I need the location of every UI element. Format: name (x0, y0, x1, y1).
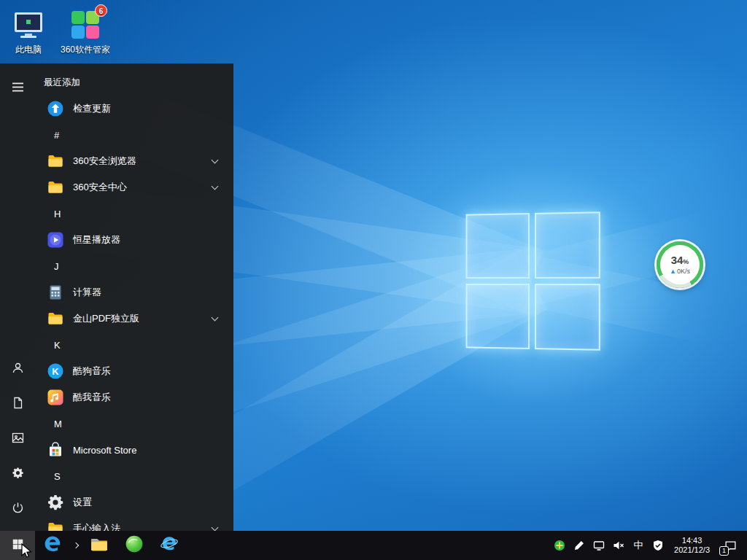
desktop-icon-label: 360软件管家 (57, 44, 114, 55)
letter-label: M (54, 419, 62, 429)
start-menu-app-list: 最近添加 检查更新#360安全浏览器360安全中心H恒星播放器J计算器金山PDF… (35, 63, 233, 531)
360-float-ball[interactable]: 34% ▲0K/s (657, 241, 703, 288)
start-menu-item-label: 恒星播放器 (73, 233, 120, 246)
360-safety-icon[interactable] (551, 531, 568, 560)
player-icon (47, 231, 64, 249)
start-menu-item-label: 手心输入法 (73, 522, 120, 531)
settings-icon (47, 494, 64, 511)
pictures-icon[interactable] (3, 423, 32, 452)
settings-icon[interactable] (3, 458, 32, 487)
documents-icon[interactable] (3, 388, 32, 417)
percent-unit: % (683, 258, 689, 265)
start-menu-item-label: 酷我音乐 (73, 391, 111, 404)
windows-logo-pane (534, 211, 600, 279)
letter-header-H[interactable]: H (35, 201, 233, 227)
network-display-icon[interactable] (591, 531, 607, 560)
notification-icon[interactable]: 1 (718, 531, 743, 560)
tray-time: 14:43 (674, 536, 710, 545)
start-menu-item[interactable]: 金山PDF独立版 (35, 306, 233, 332)
internet-explorer-taskbar-button[interactable] (152, 531, 187, 560)
taskbar: 中 14:43 2021/12/3 1 (0, 531, 747, 560)
letter-label: K (54, 340, 61, 351)
letter-label: S (54, 471, 61, 482)
folder-icon (47, 310, 64, 327)
windows-logo-pane (466, 213, 530, 279)
360-browser-icon (125, 534, 144, 556)
start-menu-item[interactable]: 检查更新 (35, 96, 233, 122)
start-menu-item[interactable]: Microsoft Store (35, 437, 233, 463)
float-ball-center: 34% ▲0K/s (660, 245, 700, 284)
clock[interactable]: 14:43 2021/12/3 (670, 536, 714, 555)
windows-logo-pane (534, 284, 600, 351)
start-menu-item[interactable]: 酷我音乐 (35, 384, 233, 411)
file-explorer-taskbar-button[interactable] (82, 531, 117, 560)
recently-added-header: 最近添加 (35, 69, 233, 96)
start-menu-item[interactable]: 恒星播放器 (35, 227, 233, 253)
start-menu-item[interactable]: 设置 (35, 489, 233, 516)
start-menu-item-label: Microsoft Store (73, 445, 136, 456)
letter-header-M[interactable]: M (35, 411, 233, 437)
start-menu: 最近添加 检查更新#360安全浏览器360安全中心H恒星播放器J计算器金山PDF… (0, 63, 233, 531)
chevron-down-icon[interactable] (212, 157, 219, 164)
letter-header-K[interactable]: K (35, 332, 233, 358)
letter-label: # (54, 130, 59, 141)
folder-icon (47, 152, 64, 170)
start-menu-item[interactable]: 计算器 (35, 279, 233, 306)
windows-logo-pane (466, 284, 530, 349)
notification-badge: 1 (719, 546, 729, 556)
folder-icon (47, 179, 64, 196)
desktop-icon-360-software-manager[interactable]: 6 360软件管家 (57, 7, 114, 55)
start-menu-item-label: 计算器 (73, 286, 101, 299)
start-menu-item-label: 金山PDF独立版 (73, 312, 139, 325)
edge-icon (43, 534, 62, 556)
account-icon[interactable] (3, 353, 32, 382)
start-menu-item[interactable]: 360安全浏览器 (35, 148, 233, 174)
start-menu-rail (0, 63, 35, 531)
start-menu-item-label: 360安全浏览器 (73, 155, 136, 168)
chevron-down-icon[interactable] (212, 524, 219, 531)
360-software-manager-icon: 6 (68, 7, 103, 42)
pen-icon[interactable] (571, 531, 587, 560)
desktop-icon-this-pc[interactable]: 此电脑 (0, 7, 57, 55)
start-menu-item[interactable]: 360安全中心 (35, 174, 233, 201)
system-tray: 中 14:43 2021/12/3 1 (551, 531, 747, 560)
upload-arrow-icon: ▲ (670, 268, 676, 276)
start-menu-item-label: 检查更新 (73, 102, 111, 115)
network-speed: 0K/s (677, 268, 690, 276)
kugou-icon: K (47, 362, 64, 380)
security-check-icon[interactable] (650, 531, 666, 560)
power-icon[interactable] (3, 493, 32, 522)
update-count-badge: 6 (95, 4, 107, 17)
ime-indicator[interactable]: 中 (630, 539, 646, 552)
taskbar-arrow-icon[interactable] (70, 531, 82, 560)
letter-header-#[interactable]: # (35, 122, 233, 148)
desktop-icon-label: 此电脑 (0, 44, 57, 55)
calculator-icon (47, 284, 64, 301)
update-icon (47, 100, 64, 117)
this-pc-icon (11, 7, 46, 42)
tray-date: 2021/12/3 (674, 545, 710, 555)
letter-label: H (54, 209, 61, 219)
start-menu-item-label: 设置 (73, 496, 92, 509)
store-icon (47, 441, 64, 459)
letter-header-S[interactable]: S (35, 463, 233, 489)
start-menu-item-label: 360安全中心 (73, 181, 127, 194)
letter-header-J[interactable]: J (35, 253, 233, 279)
chevron-down-icon[interactable] (212, 314, 219, 322)
internet-explorer-icon (160, 534, 179, 556)
kuwo-icon (47, 389, 64, 406)
desktop-screen: 此电脑 6 360软件管家 34% ▲0K/s (0, 0, 747, 560)
volume-muted-icon[interactable] (611, 531, 627, 560)
memory-percent: 34 (671, 254, 684, 266)
mouse-cursor (19, 543, 34, 560)
start-menu-item[interactable]: K酷狗音乐 (35, 358, 233, 384)
360-browser-taskbar-button[interactable] (117, 531, 152, 560)
file-explorer-icon (90, 534, 109, 556)
edge-taskbar-button[interactable] (35, 531, 70, 560)
start-menu-item[interactable]: 手心输入法 (35, 516, 233, 531)
start-menu-item-label: 酷狗音乐 (73, 365, 111, 378)
menu-icon[interactable] (3, 72, 32, 101)
chevron-down-icon[interactable] (212, 183, 219, 190)
windows-logo (466, 211, 600, 351)
svg-text:K: K (52, 366, 59, 377)
